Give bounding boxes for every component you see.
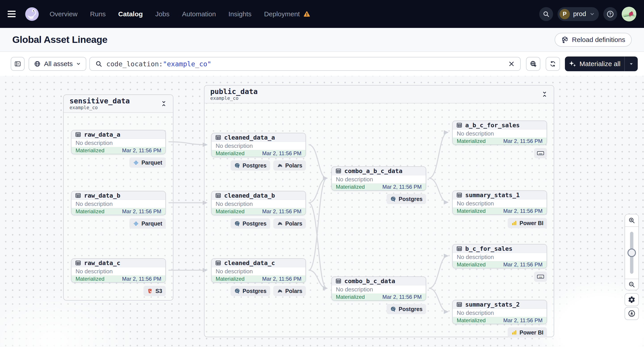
kind-tag-postgres[interactable]: Postgres (386, 194, 426, 204)
table-icon (456, 302, 462, 308)
zoom-in-button[interactable] (625, 214, 638, 226)
asset-card-header: raw_data_c (72, 259, 165, 267)
asset-description: No description (453, 129, 546, 138)
asset-card[interactable]: cleaned_data_b No description Materializ… (211, 191, 306, 215)
deployment-switcher[interactable]: P prod (558, 7, 599, 21)
user-avatar[interactable] (622, 7, 636, 21)
nav-item-overview[interactable]: Overview (50, 10, 78, 18)
lineage-toolbar: All assets code_location:"example_co" Ma… (0, 52, 644, 76)
asset-card[interactable]: b_c_for_sales No description Materialize… (452, 244, 547, 268)
asset-tags: Postgres (332, 194, 426, 204)
isolate-selection-button[interactable] (526, 57, 540, 71)
nav-item-catalog[interactable]: Catalog (118, 10, 143, 18)
clear-search-button[interactable] (507, 60, 516, 67)
kind-tag-label: Parquet (142, 220, 162, 227)
asset-card-header: raw_data_b (72, 191, 165, 200)
asset-name: raw_data_b (84, 192, 120, 199)
asset-card[interactable]: combo_b_c_data No description Materializ… (332, 277, 426, 301)
nav-item-label: Catalog (118, 10, 143, 18)
parquet-icon (133, 160, 139, 166)
powerbi-icon (511, 220, 517, 226)
kind-tag-postgres[interactable]: Postgres (230, 218, 270, 229)
deployment-warning-icon (303, 10, 310, 18)
materialize-options-caret[interactable] (625, 56, 638, 71)
asset-scope-dropdown[interactable]: All assets (28, 57, 86, 71)
csv-icon: csv (537, 150, 544, 156)
reload-definitions-button[interactable]: Reload definitions (554, 33, 632, 47)
hamburger-menu-icon[interactable] (8, 9, 19, 18)
asset-search-input[interactable]: code_location:"example_co" (90, 57, 521, 71)
nav-item-label: Deployment (264, 10, 300, 18)
asset-node-b_c_for_sales: b_c_for_sales No description Materialize… (452, 244, 547, 282)
kind-tag-label: Polars (285, 288, 302, 294)
lineage-canvas[interactable]: sensitive_data example_co public_data ex… (0, 76, 644, 347)
asset-card[interactable]: cleaned_data_c No description Materializ… (211, 258, 306, 283)
dagster-logo[interactable] (24, 7, 39, 21)
asset-node-combo_a_b_c_data: combo_a_b_c_data No description Material… (332, 166, 426, 204)
zoom-slider[interactable] (625, 226, 638, 279)
materialize-all-button[interactable]: Materialize all (565, 56, 638, 71)
asset-description: No description (332, 175, 426, 183)
materialized-timestamp: Mar 2, 11:56 PM (503, 262, 542, 268)
kind-tag-power-bi[interactable]: Power BI (508, 327, 547, 338)
kind-tag-polars[interactable]: Polars (273, 286, 306, 296)
reload-definitions-label: Reload definitions (572, 36, 626, 43)
nav-item-runs[interactable]: Runs (90, 10, 106, 18)
kind-tag-postgres[interactable]: Postgres (386, 304, 426, 314)
open-panel-icon (14, 60, 21, 67)
kind-tag-label: Postgres (399, 306, 422, 312)
kind-tag-label: S3 (155, 288, 162, 294)
materialized-timestamp: Mar 2, 11:56 PM (503, 317, 542, 324)
nav-item-jobs[interactable]: Jobs (155, 10, 170, 18)
nav-item-deployment[interactable]: Deployment (264, 10, 310, 18)
asset-status-row: Materialized Mar 2, 11:56 PM (212, 150, 306, 157)
asset-card[interactable]: combo_a_b_c_data No description Material… (332, 166, 426, 191)
asset-card[interactable]: cleaned_data_a No description Materializ… (211, 133, 306, 157)
kind-tag-csv[interactable]: csv (534, 148, 547, 158)
table-icon (75, 260, 81, 266)
search-button[interactable] (539, 7, 553, 21)
asset-node-summary_stats_2: summary_stats_2 No description Materiali… (452, 300, 547, 338)
materialized-timestamp: Mar 2, 11:56 PM (503, 138, 542, 144)
kind-tag-parquet[interactable]: Parquet (130, 218, 166, 229)
asset-card[interactable]: raw_data_c No description Materialized M… (71, 258, 166, 283)
nav-item-label: Insights (228, 10, 252, 18)
settings-gear-icon (628, 296, 636, 304)
open-sidebar-button[interactable] (11, 57, 24, 71)
nav-item-automation[interactable]: Automation (182, 10, 216, 18)
zoom-out-button[interactable] (625, 279, 638, 290)
table-icon (215, 134, 221, 140)
kind-tag-parquet[interactable]: Parquet (130, 157, 166, 168)
collapse-group-icon[interactable] (160, 100, 167, 107)
download-image-button[interactable] (624, 307, 639, 320)
help-button[interactable]: ? (603, 7, 617, 21)
asset-description: No description (453, 199, 546, 207)
kind-tag-label: Postgres (243, 220, 266, 227)
postgres-icon (234, 163, 240, 169)
asset-card[interactable]: raw_data_b No description Materialized M… (71, 191, 166, 215)
graph-settings-button[interactable] (624, 293, 639, 306)
materialized-status: Materialized (457, 208, 486, 214)
kind-tag-power-bi[interactable]: Power BI (508, 218, 547, 228)
asset-tags: Power BI (452, 218, 547, 228)
asset-tags: Parquet (71, 157, 166, 168)
kind-tag-s3[interactable]: S3 (144, 286, 166, 296)
asset-card[interactable]: summary_stats_1 No description Materiali… (452, 190, 547, 215)
download-icon (628, 310, 636, 317)
kind-tag-csv[interactable]: csv (534, 272, 547, 282)
asset-card-header: a_b_c_for_sales (453, 121, 546, 129)
asset-card[interactable]: summary_stats_2 No description Materiali… (452, 300, 547, 324)
asset-card[interactable]: a_b_c_for_sales No description Materiali… (452, 121, 547, 145)
collapse-group-icon[interactable] (541, 91, 548, 98)
asset-tags: Power BI (452, 327, 547, 338)
refresh-button[interactable] (546, 57, 560, 71)
asset-status-row: Materialized Mar 2, 11:56 PM (453, 317, 546, 324)
zoom-slider-thumb[interactable] (628, 249, 636, 257)
globe-icon (34, 60, 41, 67)
nav-item-insights[interactable]: Insights (228, 10, 252, 18)
kind-tag-postgres[interactable]: Postgres (230, 286, 270, 296)
kind-tag-polars[interactable]: Polars (273, 218, 306, 229)
kind-tag-postgres[interactable]: Postgres (230, 160, 270, 171)
asset-card[interactable]: raw_data_a No description Materialized M… (71, 130, 166, 154)
kind-tag-polars[interactable]: Polars (273, 160, 306, 171)
